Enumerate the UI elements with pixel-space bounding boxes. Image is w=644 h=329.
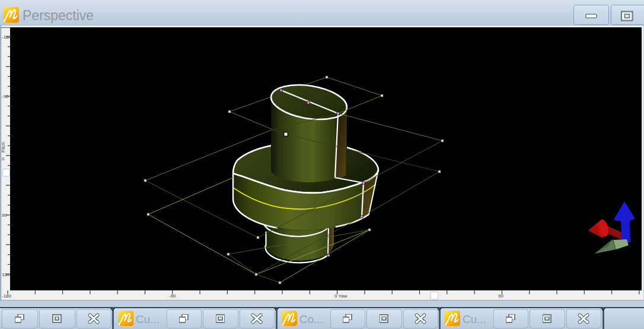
svg-text:-180: -180	[2, 293, 12, 299]
svg-text:-90: -90	[2, 94, 9, 99]
svg-text:180: 180	[2, 272, 10, 277]
svg-text:Pitch: Pitch	[1, 142, 6, 153]
svg-text:Co...: Co...	[299, 313, 323, 325]
svg-text:-90: -90	[169, 293, 176, 299]
svg-text:Cu...: Cu...	[463, 313, 486, 325]
svg-text:90: 90	[2, 213, 7, 218]
svg-text:0: 0	[2, 156, 5, 162]
svg-text:Cu...: Cu...	[136, 313, 160, 325]
svg-text:90: 90	[498, 293, 503, 299]
svg-text:0 Yaw: 0 Yaw	[334, 293, 347, 299]
